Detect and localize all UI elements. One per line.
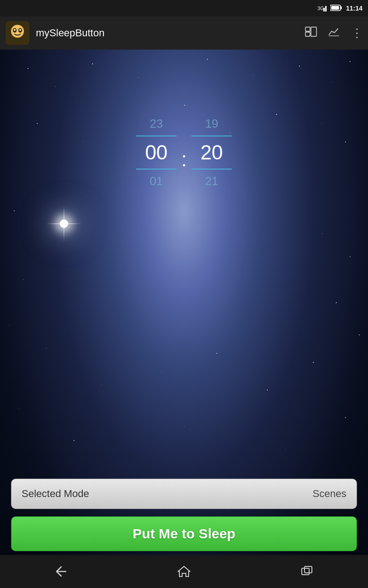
minutes-bottom-line	[191, 169, 232, 170]
svg-rect-13	[305, 32, 310, 36]
svg-rect-12	[305, 27, 310, 31]
back-button[interactable]	[43, 560, 80, 583]
gallery-button[interactable]	[305, 27, 317, 40]
chart-button[interactable]	[328, 27, 340, 40]
minutes-prev[interactable]: 19	[205, 114, 218, 134]
bottom-panel: Selected Mode Scenes Put Me to Sleep	[0, 479, 368, 551]
status-bar: 3G 11:14	[0, 0, 368, 17]
more-menu-button[interactable]: ⋮	[351, 26, 362, 40]
svg-rect-14	[311, 27, 316, 36]
minutes-current[interactable]: 20	[201, 138, 223, 167]
hours-bottom-line	[136, 169, 177, 170]
app-bar: mySleepButton ⋮	[0, 17, 368, 50]
svg-rect-19	[305, 566, 312, 573]
background: 23 00 01 : 19 20 21 Selected Mode Scenes…	[0, 50, 368, 588]
svg-marker-17	[178, 566, 190, 577]
mode-selector[interactable]: Selected Mode Scenes	[11, 479, 357, 509]
svg-text:3G: 3G	[317, 6, 324, 11]
mode-value: Scenes	[313, 488, 346, 500]
svg-point-7	[11, 25, 24, 38]
signal-icon: 3G	[317, 4, 327, 13]
hours-top-line	[136, 136, 177, 136]
svg-rect-1	[323, 8, 325, 11]
hours-prev[interactable]: 23	[150, 114, 163, 134]
svg-rect-4	[340, 6, 342, 9]
bright-star	[60, 220, 68, 228]
sleep-button[interactable]: Put Me to Sleep	[11, 516, 357, 551]
minutes-column[interactable]: 19 20 21	[189, 114, 235, 191]
hours-current[interactable]: 00	[145, 138, 167, 167]
svg-rect-5	[331, 6, 339, 10]
svg-point-11	[19, 29, 21, 31]
recents-button[interactable]	[288, 560, 325, 583]
app-title: mySleepButton	[36, 27, 294, 39]
svg-rect-18	[302, 568, 309, 575]
app-icon	[6, 21, 29, 45]
minutes-next[interactable]: 21	[205, 171, 218, 191]
home-button[interactable]	[166, 560, 202, 583]
nav-bar	[0, 555, 368, 588]
time-colon: :	[179, 148, 189, 171]
hours-next[interactable]: 01	[150, 171, 163, 191]
battery-icon	[330, 5, 342, 12]
sleep-button-label: Put Me to Sleep	[132, 526, 235, 542]
mode-label: Selected Mode	[22, 488, 89, 500]
hours-column[interactable]: 23 00 01	[133, 114, 179, 191]
status-time: 11:14	[346, 5, 362, 12]
svg-point-10	[14, 29, 16, 31]
minutes-top-line	[191, 136, 232, 136]
time-picker[interactable]: 23 00 01 : 19 20 21	[133, 114, 235, 191]
svg-rect-2	[325, 6, 327, 11]
